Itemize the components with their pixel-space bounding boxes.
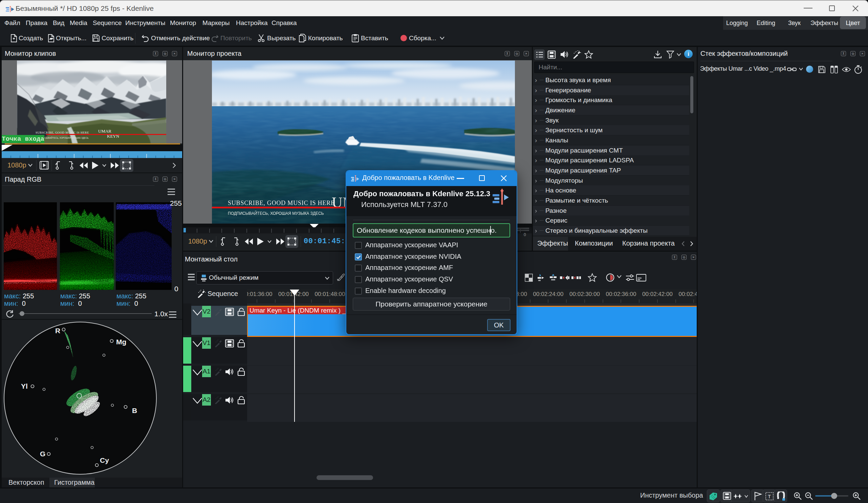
svg-text:SUBSCRIBE, GOOD MUSIC IS HERE: SUBSCRIBE, GOOD MUSIC IS HERE	[35, 131, 89, 134]
svg-text:T: T	[768, 493, 771, 499]
svg-text:G: G	[40, 450, 45, 458]
svg-text:R: R	[55, 327, 60, 335]
svg-text:UMAR: UMAR	[98, 128, 111, 134]
svg-text:SUBSCRIBE, GOOD MUSIC IS HERE: SUBSCRIBE, GOOD MUSIC IS HERE	[228, 200, 335, 206]
svg-text:ПОДПИСЫВАЙТЕСЬ, ХОРОШАЯ МУЗЫКА: ПОДПИСЫВАЙТЕСЬ, ХОРОШАЯ МУЗЫКА ЗДЕСЬ	[37, 136, 89, 139]
svg-text:Mg: Mg	[116, 338, 126, 346]
svg-text:Cy: Cy	[100, 456, 109, 464]
svg-text:B: B	[132, 407, 137, 415]
svg-text:ПОДПИСЫВАЙТЕСЬ, ХОРОШАЯ МУЗЫКА: ПОДПИСЫВАЙТЕСЬ, ХОРОШАЯ МУЗЫКА ЗДЕСЬ	[228, 211, 324, 216]
svg-text:Yl: Yl	[21, 382, 28, 390]
